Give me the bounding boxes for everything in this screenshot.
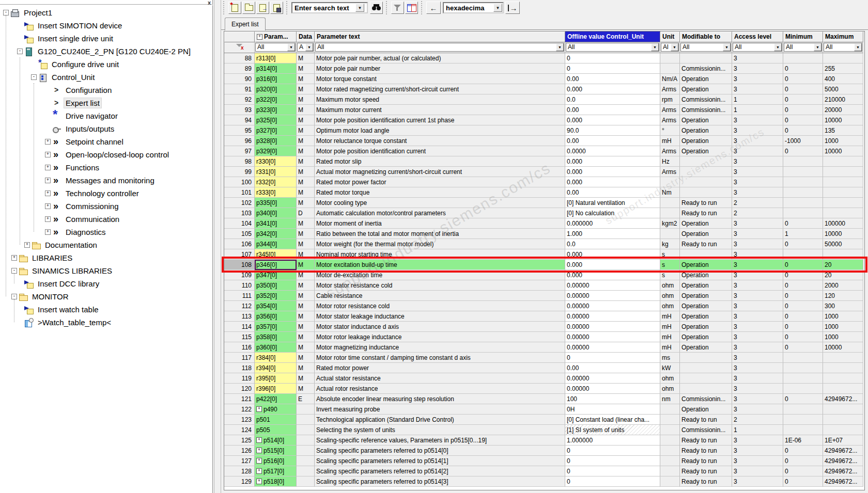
expand-icon[interactable]: +	[256, 448, 262, 453]
chevron-down-icon[interactable]: ▼	[355, 4, 364, 12]
tree-item-functions[interactable]: +Functions	[45, 161, 101, 174]
data-type-cell[interactable]: M	[297, 363, 315, 373]
filter-combobox[interactable]: All▼	[566, 43, 659, 52]
param-cell[interactable]: +p515[0]	[255, 446, 297, 456]
column-header-access-level[interactable]: Access level	[732, 31, 783, 42]
minimum-cell[interactable]: 0	[783, 125, 823, 136]
row-number-cell[interactable]: 117	[224, 353, 255, 363]
param-cell[interactable]: +p490	[255, 404, 297, 415]
unit-cell[interactable]	[660, 53, 680, 63]
tree-item-control-unit[interactable]: -Control_Unit	[31, 71, 96, 84]
offline-value-cell[interactable]: 0.000	[565, 249, 660, 260]
modifiable-to-cell[interactable]: Operation	[680, 218, 732, 229]
minimum-cell[interactable]: 0	[783, 94, 823, 105]
parameter-text-cell[interactable]: Scaling-specific reference values, Param…	[315, 435, 565, 446]
access-level-cell[interactable]: 3	[732, 260, 783, 270]
access-level-cell[interactable]: 3	[732, 229, 783, 239]
chevron-down-icon[interactable]: ▼	[556, 43, 564, 51]
row-number-cell[interactable]: 92	[224, 94, 255, 105]
offline-value-cell[interactable]: 0.00000	[565, 291, 660, 301]
offline-value-cell[interactable]: [0] Constant load (linear cha...	[565, 415, 660, 425]
row-number-cell[interactable]: 105	[224, 229, 255, 239]
data-type-cell[interactable]: M	[297, 136, 315, 146]
access-level-cell[interactable]: 3	[732, 270, 783, 280]
unit-cell[interactable]: s	[660, 260, 680, 270]
modifiable-to-cell[interactable]	[680, 384, 732, 394]
new-sheet-button[interactable]	[228, 2, 241, 14]
parameter-text-cell[interactable]: Absolute encoder linear measuring step r…	[315, 394, 565, 404]
param-cell[interactable]: p322[0]	[255, 94, 297, 105]
access-level-cell[interactable]: 3	[732, 456, 783, 466]
access-level-cell[interactable]: 3	[732, 291, 783, 301]
parameter-text-cell[interactable]: Motor rotor leakage inductance	[315, 332, 565, 342]
minimum-cell[interactable]	[783, 177, 823, 187]
param-cell[interactable]: p344[0]	[255, 239, 297, 249]
data-type-cell[interactable]: M	[297, 156, 315, 167]
parameter-text-cell[interactable]: Motor pole position identification curre…	[315, 146, 565, 156]
row-number-cell[interactable]: 98	[224, 156, 255, 167]
data-type-cell[interactable]	[297, 446, 315, 456]
unit-cell[interactable]: mH	[660, 311, 680, 322]
data-type-cell[interactable]: M	[297, 373, 315, 384]
row-number-cell[interactable]: 89	[224, 63, 255, 74]
modifiable-to-cell[interactable]: Operation	[680, 270, 732, 280]
unit-cell[interactable]: Nm/A	[660, 74, 680, 84]
table-row[interactable]: 90p316[0]MMotor torque constant0.00Nm/AO…	[224, 74, 864, 84]
parameter-text-cell[interactable]: Motor magnetizing inductance	[315, 342, 565, 353]
offline-value-cell[interactable]: 0.00	[565, 105, 660, 115]
access-level-cell[interactable]: 3	[732, 332, 783, 342]
param-cell[interactable]: p501	[255, 415, 297, 425]
minimum-cell[interactable]: 0	[783, 63, 823, 74]
offline-value-cell[interactable]: 0	[565, 466, 660, 476]
offline-value-cell[interactable]: 0.00	[565, 187, 660, 198]
minimum-cell[interactable]: 0	[783, 239, 823, 249]
modifiable-to-cell[interactable]: Ready to run	[680, 198, 732, 208]
tree-item-watch-table-temp[interactable]: >Watch_table_temp<	[17, 316, 113, 329]
parameter-text-cell[interactable]: Motor moment of inertia	[315, 218, 565, 229]
row-number-cell[interactable]: 107	[224, 249, 255, 260]
param-cell[interactable]: r330[0]	[255, 156, 297, 167]
parameter-text-cell[interactable]: Optimum motor load angle	[315, 125, 565, 136]
maximum-cell[interactable]: 50000	[823, 239, 863, 249]
unit-cell[interactable]	[660, 229, 680, 239]
minimum-cell[interactable]	[783, 156, 823, 167]
modifiable-to-cell[interactable]: Commissionin...	[680, 94, 732, 105]
column-header-minimum[interactable]: Minimum	[783, 31, 823, 42]
tree-item-insert-single-drive-unit[interactable]: Insert single drive unit	[17, 32, 115, 45]
unit-cell[interactable]: kgm2	[660, 218, 680, 229]
maximum-cell[interactable]	[823, 156, 863, 167]
modifiable-to-cell[interactable]: Operation	[680, 136, 732, 146]
parameter-text-cell[interactable]: Scaling specific parameters referred to …	[315, 466, 565, 476]
chevron-down-icon[interactable]: ▼	[814, 43, 822, 51]
tree-expand-icon[interactable]: +	[45, 165, 51, 170]
unit-cell[interactable]: ms	[660, 353, 680, 363]
modifiable-to-cell[interactable]: Commissionin...	[680, 105, 732, 115]
table-row[interactable]: 109p347[0]MMotor de-excitation time0.000…	[224, 270, 864, 280]
chevron-down-icon[interactable]: ▼	[671, 43, 678, 51]
minimum-cell[interactable]	[783, 198, 823, 208]
modifiable-to-cell[interactable]	[680, 156, 732, 167]
table-row[interactable]: 107r345[0]MNominal motor starting time0.…	[224, 249, 864, 260]
unit-cell[interactable]	[660, 415, 680, 425]
minimum-cell[interactable]: 0	[783, 74, 823, 84]
param-cell[interactable]: p323[0]	[255, 105, 297, 115]
data-type-cell[interactable]: M	[297, 270, 315, 280]
modifiable-to-cell[interactable]: Commissionin...	[680, 425, 732, 435]
unit-cell[interactable]: ohm	[660, 291, 680, 301]
modifiable-to-cell[interactable]: Operation	[680, 115, 732, 125]
parameter-text-cell[interactable]: Motor cooling type	[315, 198, 565, 208]
param-cell[interactable]: p325[0]	[255, 115, 297, 125]
parameter-text-cell[interactable]: Motor torque constant	[315, 74, 565, 84]
tree-item-commissioning[interactable]: +Commissioning	[45, 200, 120, 213]
minimum-cell[interactable]: 0	[783, 466, 823, 476]
offline-value-cell[interactable]: 0.00000	[565, 280, 660, 291]
table-row[interactable]: 129+p518[0]Scaling specific parameters r…	[224, 476, 864, 487]
offline-value-cell[interactable]: 0.0000	[565, 146, 660, 156]
row-number-cell[interactable]: 119	[224, 373, 255, 384]
column-header-maximum[interactable]: Maximum	[823, 31, 863, 42]
modifiable-to-cell[interactable]	[680, 177, 732, 187]
parameter-text-cell[interactable]: Rated motor power factor	[315, 177, 565, 187]
minimum-cell[interactable]: 0	[783, 446, 823, 456]
data-type-cell[interactable]: D	[297, 208, 315, 218]
unit-cell[interactable]: mH	[660, 332, 680, 342]
